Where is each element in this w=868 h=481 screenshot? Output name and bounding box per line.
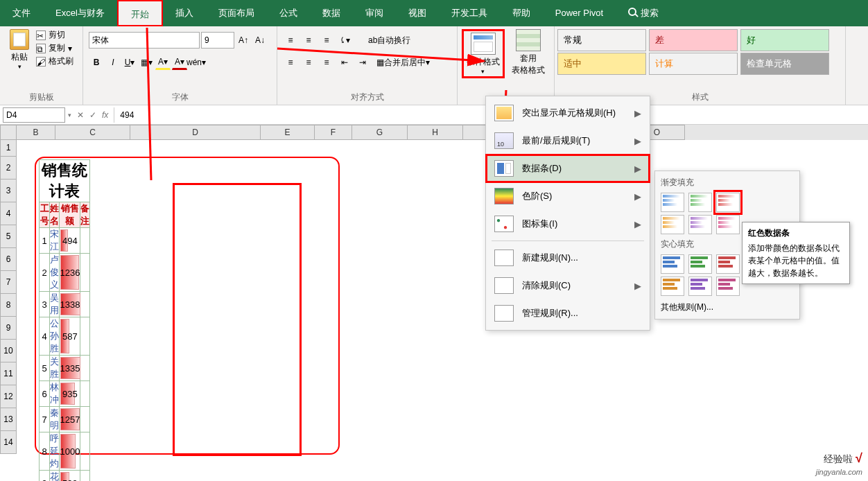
menu-top-bottom-rules[interactable]: 最前/最后规则(T)▶ [486,127,650,155]
font-color-button[interactable]: A▾ [172,55,187,70]
style-normal[interactable]: 常规 [557,29,646,51]
row-head-10[interactable]: 10 [0,340,17,362]
row-head-1[interactable]: 1 [0,140,17,157]
table-row[interactable]: 3吴用1338 [40,292,90,317]
table-row[interactable]: 8呼延灼1000 [40,432,90,471]
col-head-C[interactable]: C [55,125,130,140]
indent-inc-button[interactable]: ⇥ [355,55,370,70]
menu-manage-rules[interactable]: 管理规则(R)... [486,299,650,327]
fx-icon[interactable]: fx [102,110,108,120]
row-head-13[interactable]: 13 [0,408,17,431]
decrease-font-button[interactable]: A↓ [252,33,268,48]
search-box[interactable]: 搜索 [616,0,671,26]
flyout-more-rules[interactable]: 其他规则(M)... [661,297,794,313]
menu-color-scales[interactable]: 色阶(S)▶ [486,182,650,210]
tab-file[interactable]: 文件 [0,0,43,26]
row-head-6[interactable]: 6 [0,248,17,271]
fill-color-button[interactable]: A▾ [155,55,171,70]
databar-swatch[interactable] [661,254,684,274]
row-head-2[interactable]: 2 [0,157,17,180]
col-head-D[interactable]: D [130,125,261,140]
indent-dec-button[interactable]: ⇤ [337,55,352,70]
tab-insert[interactable]: 插入 [163,0,206,26]
orientation-button[interactable]: ⤹▾ [337,33,352,48]
col-head-E[interactable]: E [261,125,315,140]
databar-swatch[interactable] [688,277,712,296]
align-mid-button[interactable]: ≡ [301,33,316,48]
databar-swatch[interactable] [716,193,740,212]
row-head-11[interactable]: 11 [0,362,17,385]
menu-new-rule[interactable]: 新建规则(N)... [486,244,650,272]
conditional-formatting-button[interactable]: 条件格式 ▾ [462,29,505,78]
databar-swatch[interactable] [716,254,740,274]
table-row[interactable]: 1宋江494 [40,228,90,254]
databar-swatch[interactable] [716,277,740,296]
tab-data[interactable]: 数据 [310,0,353,26]
row-head-14[interactable]: 14 [0,431,17,454]
tab-home[interactable]: 开始 [117,0,163,26]
align-center-button[interactable]: ≡ [301,55,316,70]
col-head-G[interactable]: G [352,125,408,140]
name-box[interactable]: D4 [3,107,65,123]
row-head-12[interactable]: 12 [0,385,17,408]
table-row[interactable]: 2卢俊义1236 [40,254,90,292]
databar-swatch[interactable] [688,254,712,274]
menu-icon-sets[interactable]: 图标集(I)▶ [486,210,650,238]
databar-swatch[interactable] [661,215,684,234]
font-name-select[interactable] [89,32,200,49]
merge-button[interactable]: ▦ 合并后居中 ▾ [373,55,433,70]
style-check[interactable]: 检查单元格 [740,53,829,75]
row-head-5[interactable]: 5 [0,225,17,248]
increase-font-button[interactable]: A↑ [236,33,251,48]
italic-button[interactable]: I [105,55,121,70]
databar-swatch[interactable] [661,277,684,296]
cancel-icon[interactable]: ✕ [77,110,84,120]
tab-excel-finance[interactable]: Excel与财务 [43,0,117,26]
cut-button[interactable]: ✂剪切 [36,29,73,41]
tab-developer[interactable]: 开发工具 [439,0,500,26]
align-left-button[interactable]: ≡ [283,55,298,70]
databar-swatch[interactable] [661,193,684,212]
col-head-B[interactable]: B [17,125,55,140]
align-right-button[interactable]: ≡ [319,55,334,70]
row-head-7[interactable]: 7 [0,271,17,294]
row-head-3[interactable]: 3 [0,180,17,202]
tab-review[interactable]: 审阅 [353,0,396,26]
bold-button[interactable]: B [89,55,104,70]
paste-button[interactable]: 粘贴 ▾ [6,29,33,70]
row-head-8[interactable]: 8 [0,294,17,317]
underline-button[interactable]: U▾ [122,55,137,70]
table-row[interactable]: 5关胜1335 [40,356,90,381]
row-head-4[interactable]: 4 [0,202,17,225]
format-as-table-button[interactable]: 套用 表格格式 [507,29,550,76]
col-head-H[interactable]: H [408,125,463,140]
font-size-select[interactable] [201,32,234,49]
tab-page-layout[interactable]: 页面布局 [206,0,267,26]
style-neutral[interactable]: 适中 [557,53,646,75]
style-calc[interactable]: 计算 [649,53,738,75]
table-row[interactable]: 6林冲935 [40,381,90,407]
align-bottom-button[interactable]: ≡ [319,33,334,48]
wrap-text-button[interactable]: ab 自动换行 [365,33,414,48]
tab-view[interactable]: 视图 [396,0,439,26]
menu-highlight-rules[interactable]: 突出显示单元格规则(H)▶ [486,99,650,127]
table-row[interactable]: 7秦明1257 [40,407,90,432]
menu-data-bars[interactable]: 数据条(D)▶ [486,155,650,182]
tab-power-pivot[interactable]: Power Pivot [543,0,616,26]
style-good[interactable]: 好 [740,29,829,51]
format-painter-button[interactable]: 🖌格式刷 [36,55,73,67]
col-head-F[interactable]: F [315,125,352,140]
phonetic-button[interactable]: wén▾ [189,55,204,70]
row-head-9[interactable]: 9 [0,317,17,340]
table-row[interactable]: 9花荣599 [40,471,90,482]
border-button[interactable]: ▦▾ [139,55,154,70]
accept-icon[interactable]: ✓ [89,110,96,120]
tab-help[interactable]: 帮助 [500,0,543,26]
menu-clear-rules[interactable]: 清除规则(C)▶ [486,272,650,299]
copy-button[interactable]: ⧉复制 ▾ [36,42,73,54]
align-top-button[interactable]: ≡ [283,33,298,48]
databar-swatch[interactable] [688,215,712,234]
select-all-corner[interactable] [0,125,17,140]
table-row[interactable]: 4公孙胜587 [40,317,90,356]
databar-swatch[interactable] [688,193,712,212]
